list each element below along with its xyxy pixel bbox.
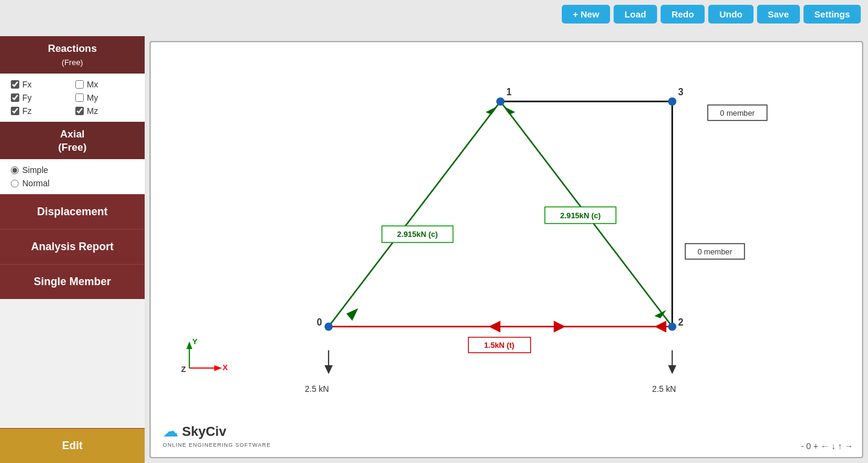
mx-checkbox-label[interactable]: Mx [75, 80, 134, 89]
cloud-icon: ☁ [163, 422, 178, 441]
fz-checkbox[interactable] [11, 107, 19, 115]
svg-text:2: 2 [678, 317, 684, 327]
normal-radio-label[interactable]: Normal [11, 178, 134, 188]
new-button[interactable]: + New [562, 5, 610, 24]
single-member-button[interactable]: Single Member [0, 264, 145, 299]
svg-text:2.915kN (c): 2.915kN (c) [560, 211, 600, 220]
svg-text:1: 1 [506, 87, 512, 97]
mz-checkbox[interactable] [75, 107, 84, 115]
mx-checkbox[interactable] [75, 80, 84, 89]
svg-marker-37 [186, 341, 192, 349]
svg-point-13 [496, 97, 505, 106]
svg-marker-31 [324, 365, 333, 374]
normal-radio[interactable] [11, 180, 19, 187]
svg-marker-6 [486, 106, 498, 115]
load-button[interactable]: Load [614, 5, 657, 24]
axial-header: Axial (Free) [0, 122, 145, 159]
svg-point-14 [668, 323, 676, 331]
svg-text:3: 3 [678, 87, 684, 97]
svg-text:0: 0 [316, 317, 322, 327]
svg-text:Y: Y [192, 337, 198, 346]
edit-button[interactable]: Edit [0, 428, 145, 463]
truss-diagram: 1 3 0 2 0 member 0 member 2.915kN (c) 2.… [151, 42, 862, 457]
svg-text:0 member: 0 member [697, 247, 732, 256]
fy-checkbox[interactable] [11, 93, 19, 102]
svg-text:2.5 kN: 2.5 kN [305, 385, 329, 394]
radio-area: Simple Normal [0, 159, 145, 194]
save-button[interactable]: Save [757, 5, 800, 24]
my-checkbox-label[interactable]: My [75, 93, 134, 102]
svg-point-12 [324, 323, 333, 331]
axial-label: Axial [60, 128, 85, 140]
analysis-report-button[interactable]: Analysis Report [0, 229, 145, 264]
fx-checkbox[interactable] [11, 80, 19, 89]
skyciv-tagline: ONLINE ENGINEERING SOFTWARE [163, 442, 271, 448]
svg-text:X: X [222, 364, 228, 373]
skyciv-name: SkyCiv [182, 424, 226, 439]
simple-radio[interactable] [11, 166, 19, 174]
svg-text:Z: Z [181, 365, 186, 374]
svg-marker-11 [655, 321, 667, 333]
svg-point-15 [668, 97, 676, 106]
svg-text:2.915kN (c): 2.915kN (c) [397, 230, 438, 239]
svg-marker-40 [214, 365, 222, 371]
svg-marker-7 [503, 106, 515, 115]
reactions-sub: (Free) [61, 58, 83, 67]
displacement-button[interactable]: Displacement [0, 194, 145, 229]
skyciv-logo: ☁ SkyCiv ONLINE ENGINEERING SOFTWARE [163, 422, 271, 448]
simple-radio-label[interactable]: Simple [11, 165, 134, 175]
fy-checkbox-label[interactable]: Fy [11, 93, 69, 102]
reactions-header: Reactions (Free) [0, 36, 145, 74]
svg-marker-10 [554, 321, 566, 333]
svg-text:2.5 kN: 2.5 kN [652, 385, 676, 394]
reactions-label: Reactions [48, 43, 96, 54]
settings-button[interactable]: Settings [804, 5, 861, 24]
fx-checkbox-label[interactable]: Fx [11, 80, 69, 89]
svg-text:0 member: 0 member [720, 109, 755, 118]
svg-line-2 [329, 101, 500, 326]
svg-marker-9 [489, 321, 501, 333]
fz-checkbox-label[interactable]: Fz [11, 106, 69, 116]
axial-sub: (Free) [58, 142, 86, 153]
undo-button[interactable]: Undo [708, 5, 753, 24]
zoom-controls[interactable]: - 0 + ← ↓ ↑ → [801, 441, 853, 451]
mz-checkbox-label[interactable]: Mz [75, 106, 134, 116]
svg-marker-34 [668, 365, 676, 374]
redo-button[interactable]: Redo [661, 5, 705, 24]
svg-text:1.5kN (t): 1.5kN (t) [484, 341, 514, 350]
my-checkbox[interactable] [75, 93, 84, 102]
checkboxes-area: Fx Mx Fy My Fz Mz [0, 74, 145, 122]
toolbar: + New Load Redo Undo Save Settings [555, 0, 868, 28]
svg-marker-5 [347, 308, 359, 321]
main-canvas: 1 3 0 2 0 member 0 member 2.915kN (c) 2.… [149, 41, 863, 458]
sidebar: Reactions (Free) Fx Mx Fy My Fz Mz Axial… [0, 36, 145, 463]
